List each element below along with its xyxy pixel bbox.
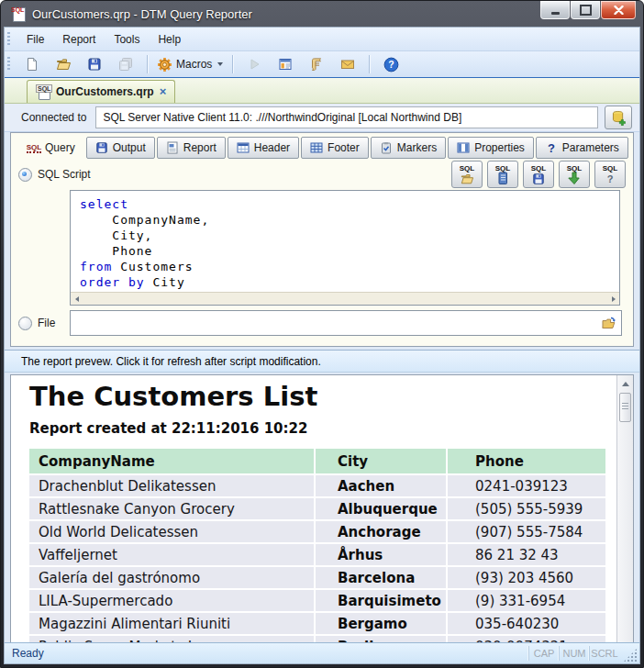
macros-label: Macros [176,58,212,71]
maximize-button[interactable] [571,1,600,19]
connect-button[interactable] [605,106,632,129]
save-button[interactable] [80,53,109,75]
scroll-right-icon[interactable] [607,294,619,304]
tab-properties[interactable]: Properties [448,137,534,159]
table-cell: Anchorage [316,521,446,542]
window-controls [540,1,636,19]
sql-save-button[interactable]: SQL [523,161,554,188]
table-cell: Århus [316,544,446,565]
column-header: CompanyName [29,449,314,473]
window-title: OurCustomers.qrp - DTM Query Reporter [32,7,252,21]
help-button[interactable]: ? [376,53,405,75]
sql-help-button[interactable]: SQL? [594,161,626,188]
sql-editor[interactable]: select CompanyName, City, Phonefrom Cust… [70,190,620,306]
play-icon [247,57,262,72]
dropdown-caret-icon [217,62,223,66]
floppy-icon [95,141,108,154]
table-cell: 86 21 32 43 [448,544,605,565]
code-line: Phone [80,243,610,259]
question-blue-icon: ? [545,141,558,154]
title-bar: SQL OurCustomers.qrp - DTM Query Reporte… [1,1,643,27]
table-header-icon [237,141,250,154]
app-window: SQL OurCustomers.qrp - DTM Query Reporte… [0,0,644,668]
info-text: The report prevew. Click it for refresh … [21,355,321,368]
sql-copy-button[interactable]: SQL [487,161,518,188]
menu-bar: FileReportToolsHelp [5,28,639,51]
grid-icon [310,141,323,154]
tab-parameters[interactable]: ?Parameters [536,137,628,159]
send-mail-button[interactable] [333,53,362,75]
clipboard-icon [380,141,393,154]
toolbar: Macros? [5,51,639,78]
scroll-icon [309,57,325,72]
table-cell: (505) 555-5939 [448,498,605,519]
file-path-field[interactable] [70,310,622,336]
menu-items: FileReportToolsHelp [17,29,190,50]
table-cell: 035-640230 [448,613,605,634]
sql-code: select CompanyName, City, Phonefrom Cust… [71,191,619,295]
browse-button[interactable] [597,314,619,332]
toolbar-grip [7,57,10,72]
report-preview[interactable]: The Customers List Report created at 22:… [10,374,634,659]
arrow-down-icon [568,173,581,185]
preview-vscrollbar[interactable] [616,375,633,658]
menu-tools[interactable]: Tools [105,29,149,50]
page-icon [25,57,40,72]
scrollbar-thumb[interactable] [619,393,631,422]
sql-script-radio[interactable]: SQL Script [18,168,91,182]
keyboard-indicators: CAPNUMSCRL [528,643,619,663]
tab-report[interactable]: Report [157,137,226,159]
menu-report[interactable]: Report [53,29,105,50]
indicator-cap: CAP [528,646,559,661]
tab-output[interactable]: Output [86,137,155,159]
tab-footer[interactable]: Footer [301,137,369,159]
doc-blue-icon [496,173,509,185]
connection-string-field[interactable]: SQL Server Native Client 11.0: .///North… [95,106,598,128]
table-cell: Rattlesnake Canyon Grocery [29,498,314,519]
code-line: from Customers [80,259,610,274]
open-button[interactable] [49,53,78,75]
sql-buttons: SQLSQLSQLSQLSQL? [451,161,626,188]
app-icon: SQL [10,6,27,21]
tab-label: Header [254,141,290,154]
new-button[interactable] [17,53,47,75]
tab-label: Parameters [562,141,619,154]
code-line: select [80,196,610,212]
sql-load-button[interactable]: SQL [451,161,483,188]
query-panel-tabs: SQLQueryOutputReportHeaderFooterMarkersP… [18,137,626,159]
table-cell: Barquisimeto [316,590,446,611]
scroll-up-icon[interactable] [618,377,632,391]
document-tab[interactable]: SQL OurCustomers.qrp × [27,80,175,103]
radio-checked-icon [18,168,32,182]
tab-close-icon[interactable]: × [160,86,167,97]
table-cell: Vaffeljernet [29,544,314,565]
editor-hscrollbar[interactable] [71,292,619,305]
menu-help[interactable]: Help [149,29,190,50]
toolbar-separator [369,55,370,73]
table-cell: LILA-Supermercado [29,590,314,611]
table-cell: Barcelona [316,567,446,588]
macros-button[interactable]: Macros [154,53,226,75]
report-viewer-button[interactable] [271,53,300,75]
log-button[interactable] [302,53,331,75]
help-icon: ? [383,57,399,72]
folder-open-icon [56,57,72,72]
database-add-icon [611,110,627,126]
table-cell: Magazzini Alimentari Riuniti [29,613,314,634]
table-cell: (9) 331-6954 [448,590,605,611]
report-page: The Customers List Report created at 22:… [11,375,616,658]
tab-markers[interactable]: Markers [371,137,446,159]
scroll-left-icon[interactable] [71,294,83,304]
sql-insert-button[interactable]: SQL [559,161,590,188]
minimize-button[interactable] [540,1,570,19]
info-bar: The report prevew. Click it for refresh … [5,350,639,373]
resize-grip[interactable] [623,648,638,662]
tab-header[interactable]: Header [228,137,299,159]
tab-query[interactable]: SQLQuery [18,137,84,159]
menu-grip [7,32,10,47]
file-radio[interactable]: File [18,317,70,330]
close-button[interactable] [601,1,636,19]
menu-file[interactable]: File [17,29,53,50]
sql-script-label: SQL Script [38,168,91,181]
report-table: CompanyNameCityPhoneDrachenblut Delikate… [29,449,616,657]
